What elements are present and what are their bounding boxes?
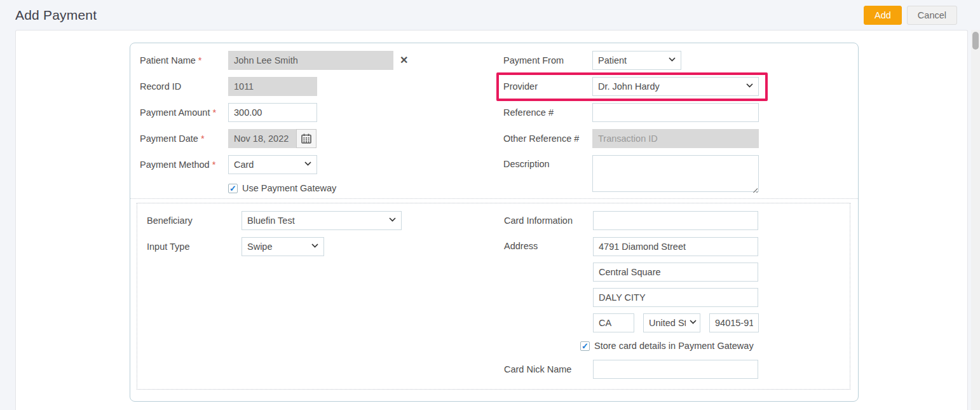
beneficiary-select[interactable]: Bluefin Test [242,212,401,229]
use-payment-gateway-row: ✓ Use Payment Gateway [228,181,503,195]
reference-input[interactable] [592,103,759,122]
input-type-label: Input Type [147,242,242,252]
provider-select-wrap: Dr. John Hardy [592,77,759,96]
payment-method-label: Payment Method* [140,160,228,170]
card-left-column: Beneficiary Bluefin Test Input Type Swip… [147,211,504,389]
page-header: Add Payment Add Cancel [0,0,980,30]
payment-amount-label: Payment Amount* [140,107,228,118]
payment-right-column: Payment From Patient Provider Dr. John H… [503,51,858,198]
reference-label: Reference # [503,107,592,118]
description-label: Description [503,155,592,169]
calendar-icon [301,133,311,144]
address-label: Address [504,237,593,251]
patient-name-input[interactable] [228,51,393,70]
record-id-input[interactable] [228,77,317,96]
address-line2-input[interactable] [593,263,758,282]
required-asterisk: * [212,107,216,118]
clear-patient-icon[interactable]: ✕ [400,55,408,65]
calendar-button[interactable] [296,129,316,148]
other-reference-label: Other Reference # [503,133,592,144]
required-asterisk: * [198,55,202,65]
beneficiary-select-wrap: Bluefin Test [242,211,402,230]
scrollbar-thumb[interactable] [972,32,979,50]
store-card-checkbox[interactable]: ✓ [580,341,590,351]
payment-from-select[interactable]: Patient [593,51,681,69]
required-asterisk: * [201,133,205,144]
card-details-section: Beneficiary Bluefin Test Input Type Swip… [137,203,850,390]
provider-select[interactable]: Dr. John Hardy [593,78,758,95]
card-information-input[interactable] [593,211,758,230]
payment-from-label: Payment From [503,55,592,65]
address-line1-input[interactable] [593,237,758,256]
page-title: Add Payment [15,8,97,23]
other-reference-input[interactable] [592,129,759,148]
add-button[interactable]: Add [864,6,902,25]
payment-method-select-wrap: Card [228,155,317,174]
description-field [592,155,759,195]
address-city-input[interactable] [593,288,758,307]
use-payment-gateway-label: Use Payment Gateway [242,183,336,193]
required-asterisk: * [212,160,216,170]
payment-date-input[interactable] [228,129,296,148]
address-zip-input[interactable] [709,313,759,332]
address-country-select[interactable]: United St [644,314,700,332]
use-payment-gateway-checkbox[interactable]: ✓ [228,184,238,193]
store-card-row: ✓ Store card details in Payment Gateway [580,339,850,353]
card-right-column: Card Information Address United St [504,211,850,389]
patient-name-label: Patient Name* [140,55,228,65]
form-panel: Patient Name* ✕ Record ID Payment Amount… [15,30,968,410]
payment-details-section: Patient Name* ✕ Record ID Payment Amount… [130,43,858,198]
checkbox-check-icon: ✓ [582,342,589,350]
input-type-select[interactable]: Swipe [242,238,323,256]
cancel-button[interactable]: Cancel [907,6,957,25]
payment-left-column: Patient Name* ✕ Record ID Payment Amount… [140,51,503,198]
card-nick-name-input[interactable] [593,360,758,379]
payment-method-select[interactable]: Card [229,156,316,174]
address-state-input[interactable] [593,313,634,332]
store-card-label: Store card details in Payment Gateway [594,341,754,351]
header-actions: Add Cancel [864,6,957,25]
card-information-label: Card Information [504,215,593,226]
provider-label: Provider [503,81,592,92]
beneficiary-label: Beneficiary [147,215,242,226]
payment-date-label: Payment Date* [140,133,228,144]
description-textarea[interactable] [592,155,759,192]
address-country-select-wrap: United St [643,313,700,332]
record-id-label: Record ID [140,81,228,92]
payment-from-select-wrap: Patient [592,51,681,70]
section-divider [130,198,858,199]
checkbox-check-icon: ✓ [229,184,236,193]
payment-date-field [228,129,316,148]
payment-amount-input[interactable] [228,103,317,122]
card-nick-name-label: Card Nick Name [504,364,593,374]
input-type-select-wrap: Swipe [242,237,324,256]
scrollbar[interactable] [971,30,980,410]
address-fields: United St [593,237,759,332]
payment-form-container: Patient Name* ✕ Record ID Payment Amount… [130,43,859,402]
